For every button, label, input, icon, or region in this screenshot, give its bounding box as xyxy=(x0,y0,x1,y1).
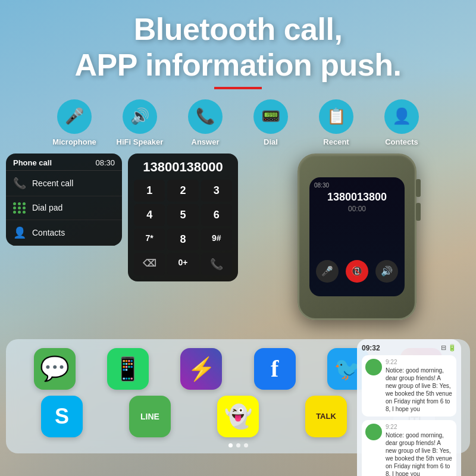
middle-section: Phone call 08:30 📞 Recent call Dial pad … xyxy=(0,154,476,332)
notification-panel: 09:32 ⊟ 🔋 9:22 Notice: good morning, dea… xyxy=(357,339,461,476)
app-skype[interactable]: S xyxy=(41,396,83,437)
app-snapchat[interactable]: 👻 xyxy=(217,396,259,437)
dialpad-number: 13800138000 xyxy=(134,159,232,175)
notif-item-1: 9:22 Notice: good morning, dear group fr… xyxy=(362,355,456,416)
watch-call-buttons: 🎤 📵 🔊 xyxy=(316,260,398,283)
contacts-menu-icon: 👤 xyxy=(13,226,26,239)
feature-hifi-speaker: 🔊 HiFi Speaker xyxy=(107,99,173,146)
app-whatsapp[interactable]: 📱 xyxy=(107,348,149,390)
notif-time: 09:32 xyxy=(362,344,380,352)
key-call[interactable]: 📞 xyxy=(201,253,232,275)
dialpad-grid: 1 2 3 4 5 6 7* 8 9# ⌫ 0+ 📞 xyxy=(134,180,232,275)
answer-label: Answer xyxy=(192,137,220,146)
key-1[interactable]: 1 xyxy=(134,180,165,202)
phone-header: Phone call 08:30 xyxy=(6,154,122,171)
app-kakaotalk[interactable]: TALK xyxy=(305,396,347,437)
key-6[interactable]: 6 xyxy=(201,204,232,226)
headline-text: Bluetooth call, APP information push. xyxy=(24,12,452,83)
notif-avatar-2 xyxy=(365,424,382,440)
recent-call-text: Recent call xyxy=(32,178,73,188)
recent-icon: 📋 xyxy=(319,99,353,134)
app-line[interactable]: LINE xyxy=(129,396,171,437)
watch-side-btn-top xyxy=(416,179,421,197)
feature-recent: 📋 Recent xyxy=(303,99,369,146)
phone-title: Phone call xyxy=(13,158,52,167)
key-0plus[interactable]: 0+ xyxy=(167,253,198,275)
watch-call-duration: 00:00 xyxy=(348,205,366,213)
notif-content-1: 9:22 Notice: good morning, dear group fr… xyxy=(386,359,453,413)
answer-icon: 📞 xyxy=(188,99,223,134)
skype-icon: S xyxy=(55,404,69,429)
app-facebook[interactable]: f xyxy=(254,348,296,390)
notif-text-1: Notice: good morning, dear group friends… xyxy=(386,367,453,413)
line-icon: LINE xyxy=(140,412,159,421)
apps-row-1: 💬 📱 ⚡ f 🐦 📷 09:32 ⊟ 🔋 xyxy=(18,348,458,390)
app-messages[interactable]: 💬 xyxy=(34,348,76,390)
watch-container: 08:30 1380013800 00:00 🎤 📵 🔊 xyxy=(244,154,470,332)
phone-call-panel: Phone call 08:30 📞 Recent call Dial pad … xyxy=(6,154,122,246)
dot-1 xyxy=(228,443,233,447)
dot-3 xyxy=(244,443,248,447)
watch-screen-content: 08:30 1380013800 00:00 🎤 📵 🔊 xyxy=(309,177,405,296)
dial-label: Dial xyxy=(264,137,278,146)
feature-microphone: 🎤 Microphone xyxy=(42,99,107,146)
contacts-icon: 👤 xyxy=(384,99,419,134)
microphone-label: Microphone xyxy=(52,137,96,146)
notif-battery: ⊟ 🔋 xyxy=(441,344,456,352)
watch-time: 08:30 xyxy=(314,182,329,189)
recent-call-icon: 📞 xyxy=(13,177,26,190)
feature-answer: 📞 Answer xyxy=(173,99,238,146)
dial-pad-item[interactable]: Dial pad xyxy=(6,196,122,220)
key-7star[interactable]: 7* xyxy=(134,228,165,250)
notif-header: 09:32 ⊟ 🔋 xyxy=(362,344,456,352)
microphone-icon: 🎤 xyxy=(57,99,92,134)
dialpad-panel: 13800138000 1 2 3 4 5 6 7* 8 9# ⌫ 0+ 📞 xyxy=(128,154,238,281)
headline-underline xyxy=(214,87,262,89)
messenger-icon: ⚡ xyxy=(187,356,215,382)
key-backspace[interactable]: ⌫ xyxy=(134,253,165,275)
watch-side-btn-bottom xyxy=(416,203,421,221)
notif-msg-time-1: 9:22 xyxy=(386,359,453,365)
facebook-icon: f xyxy=(271,355,278,383)
key-9hash[interactable]: 9# xyxy=(201,228,232,250)
notif-content-2: 9:22 Notice: good morning, dear group fr… xyxy=(386,424,453,476)
notif-text-2: Notice: good morning, dear group friends… xyxy=(386,431,453,476)
key-4[interactable]: 4 xyxy=(134,204,165,226)
key-2[interactable]: 2 xyxy=(167,180,198,202)
contacts-label: Contects xyxy=(385,137,418,146)
app-messenger[interactable]: ⚡ xyxy=(180,348,222,390)
key-5[interactable]: 5 xyxy=(167,204,198,226)
kakaotalk-icon: TALK xyxy=(316,412,336,421)
dot-2 xyxy=(236,443,240,447)
contacts-menu-text: Contacts xyxy=(32,228,65,237)
notif-msg-time-2: 9:22 xyxy=(386,424,453,430)
watch-body: 08:30 1380013800 00:00 🎤 📵 🔊 xyxy=(298,154,416,320)
key-3[interactable]: 3 xyxy=(201,180,232,202)
snapchat-icon: 👻 xyxy=(224,403,252,430)
notif-avatar-1 xyxy=(365,359,382,375)
hifi-speaker-label: HiFi Speaker xyxy=(117,137,164,146)
dial-pad-icon xyxy=(13,202,26,214)
apps-section: 💬 📱 ⚡ f 🐦 📷 09:32 ⊟ 🔋 xyxy=(6,339,470,453)
contacts-menu-item[interactable]: 👤 Contacts xyxy=(6,220,122,246)
features-row: 🎤 Microphone 🔊 HiFi Speaker 📞 Answer 📟 D… xyxy=(0,99,476,146)
recent-call-item[interactable]: 📞 Recent call xyxy=(6,171,122,196)
headline-section: Bluetooth call, APP information push. xyxy=(0,0,476,99)
dial-pad-text: Dial pad xyxy=(32,203,62,212)
recent-label: Recent xyxy=(323,137,349,146)
watch-phone-number: 1380013800 xyxy=(327,191,387,203)
messages-icon: 💬 xyxy=(40,355,70,383)
feature-contacts: 👤 Contects xyxy=(369,99,434,146)
key-8[interactable]: 8 xyxy=(167,228,198,250)
watch-screen: 08:30 1380013800 00:00 🎤 📵 🔊 xyxy=(309,177,405,296)
phone-time: 08:30 xyxy=(95,158,115,167)
hifi-speaker-icon: 🔊 xyxy=(123,99,157,134)
watch-volume-button[interactable]: 🔊 xyxy=(375,260,398,283)
watch-end-button[interactable]: 📵 xyxy=(346,260,368,283)
feature-dial: 📟 Dial xyxy=(238,99,303,146)
watch-mic-button[interactable]: 🎤 xyxy=(316,260,339,283)
whatsapp-icon: 📱 xyxy=(114,356,142,382)
notif-item-2: 9:22 Notice: good morning, dear group fr… xyxy=(362,420,456,476)
dial-icon: 📟 xyxy=(253,99,288,134)
